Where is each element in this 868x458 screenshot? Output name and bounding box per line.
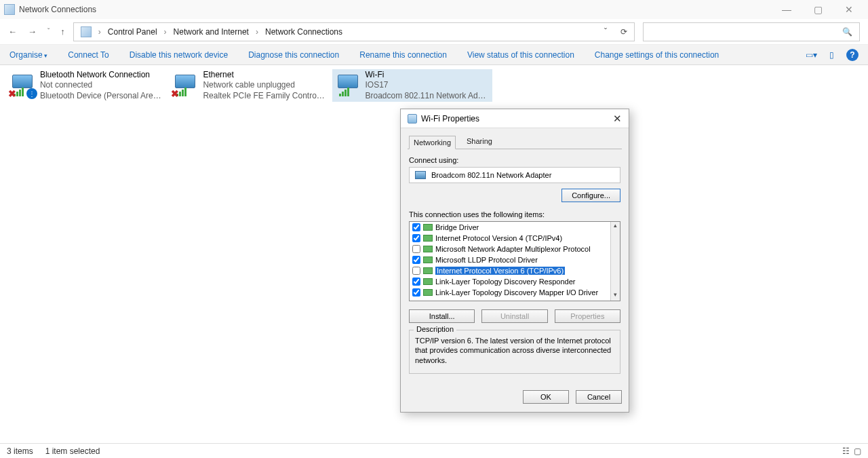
uninstall-button[interactable]: Uninstall	[481, 309, 547, 323]
window-title: Network Connections	[19, 5, 96, 14]
item-checkbox[interactable]	[412, 267, 420, 275]
dialog-icon	[408, 114, 417, 123]
breadcrumb-dropdown[interactable]: ˇ	[604, 27, 607, 37]
network-item-row[interactable]: Internet Protocol Version 6 (TCP/IPv6)	[410, 265, 610, 276]
toolbar: Organise Connect To Disable this network…	[0, 45, 868, 65]
connection-name: Bluetooth Network Connection	[40, 70, 163, 81]
scroll-up-button[interactable]: ▴	[611, 222, 620, 231]
disable-device-button[interactable]: Disable this network device	[130, 50, 228, 60]
connect-using-label: Connect using:	[409, 156, 620, 164]
connection-item[interactable]: ✖⋮Bluetooth Network ConnectionNot connec…	[7, 69, 167, 102]
view-large-icon[interactable]: ▢	[854, 446, 861, 456]
protocol-icon	[423, 256, 433, 263]
connection-name: Ethernet	[203, 70, 326, 81]
breadcrumb-sep: ›	[256, 27, 258, 37]
network-items-list: Bridge DriverInternet Protocol Version 4…	[409, 221, 620, 301]
close-button[interactable]: ✕	[842, 4, 856, 15]
connection-text: Bluetooth Network ConnectionNot connecte…	[40, 70, 163, 102]
breadcrumb-network-connections[interactable]: Network Connections	[265, 27, 342, 37]
connection-item[interactable]: Wi-FiIOS17Broadcom 802.11n Network Adap.…	[332, 69, 492, 102]
tab-networking[interactable]: Networking	[409, 136, 456, 149]
item-label: Bridge Driver	[435, 223, 479, 231]
adapter-box: Broadcom 802.11n Network Adapter	[409, 167, 620, 183]
connection-device: Broadcom 802.11n Network Adap...	[365, 91, 488, 102]
view-details-icon[interactable]: ☷	[842, 446, 850, 456]
wifi-properties-dialog: Wi-Fi Properties ✕ Networking Sharing Co…	[400, 109, 629, 413]
help-button[interactable]: ?	[846, 49, 859, 61]
tab-sharing[interactable]: Sharing	[462, 135, 496, 149]
search-icon: 🔍	[842, 27, 852, 37]
maximize-button[interactable]: ▢	[811, 4, 825, 15]
protocol-icon	[423, 224, 433, 231]
properties-button[interactable]: Properties	[555, 309, 620, 323]
scroll-down-button[interactable]: ▾	[611, 291, 620, 301]
change-settings-button[interactable]: Change settings of this connection	[595, 50, 719, 60]
forward-button[interactable]: →	[28, 26, 37, 37]
preview-pane-icon[interactable]: ▯	[829, 50, 834, 60]
item-checkbox[interactable]	[412, 288, 420, 297]
network-item-row[interactable]: Link-Layer Topology Discovery Responder	[410, 276, 610, 287]
adapter-icon	[415, 171, 426, 179]
back-button[interactable]: ←	[8, 26, 17, 37]
description-group: Description TCP/IP version 6. The latest…	[409, 330, 620, 374]
recent-locations-button[interactable]: ˇ	[47, 28, 50, 35]
breadcrumb-control-panel[interactable]: Control Panel	[108, 27, 157, 37]
cancel-button[interactable]: Cancel	[576, 390, 622, 404]
items-scrollbar[interactable]: ▴ ▾	[610, 222, 620, 301]
item-checkbox[interactable]	[412, 256, 420, 264]
connection-item[interactable]: ✖EthernetNetwork cable unpluggedRealtek …	[170, 69, 330, 102]
title-bar: Network Connections — ▢ ✕	[0, 0, 868, 19]
items-label: This connection uses the following items…	[409, 210, 620, 218]
search-input[interactable]: 🔍	[643, 22, 860, 41]
item-label: Link-Layer Topology Discovery Mapper I/O…	[435, 288, 598, 297]
scroll-thumb[interactable]	[611, 231, 620, 291]
up-button[interactable]: ↑	[60, 26, 65, 37]
protocol-icon	[423, 278, 433, 285]
dialog-tabs: Networking Sharing	[401, 128, 629, 149]
breadcrumb-network-internet[interactable]: Network and Internet	[174, 27, 249, 37]
location-icon	[81, 26, 92, 37]
connection-status: Network cable unplugged	[203, 80, 326, 91]
organise-menu[interactable]: Organise	[9, 50, 47, 60]
description-label: Description	[414, 325, 456, 333]
status-selected-count: 1 item selected	[45, 446, 100, 456]
protocol-icon	[423, 235, 433, 242]
item-checkbox[interactable]	[412, 223, 420, 231]
item-checkbox[interactable]	[412, 278, 420, 286]
protocol-icon	[423, 246, 433, 252]
bluetooth-icon: ⋮	[26, 88, 37, 99]
protocol-icon	[423, 267, 433, 274]
refresh-button[interactable]: ⟳	[620, 27, 627, 37]
view-status-button[interactable]: View status of this connection	[467, 50, 574, 60]
minimize-button[interactable]: —	[780, 4, 793, 15]
connection-icon: ✖⋮	[11, 73, 35, 98]
network-item-row[interactable]: Microsoft Network Adapter Multiplexor Pr…	[410, 244, 610, 254]
item-checkbox[interactable]	[412, 245, 420, 253]
status-item-count: 3 items	[7, 446, 33, 456]
network-item-row[interactable]: Internet Protocol Version 4 (TCP/IPv4)	[410, 233, 610, 244]
connection-device: Realtek PCIe FE Family Controller	[203, 91, 326, 102]
breadcrumb[interactable]: › Control Panel › Network and Internet ›…	[73, 22, 635, 41]
dialog-close-button[interactable]: ✕	[613, 113, 622, 125]
item-checkbox[interactable]	[412, 234, 420, 242]
network-item-row[interactable]: Microsoft LLDP Protocol Driver	[410, 254, 610, 265]
connect-to-button[interactable]: Connect To	[68, 50, 109, 60]
ok-button[interactable]: OK	[523, 390, 569, 404]
item-label: Internet Protocol Version 6 (TCP/IPv6)	[435, 267, 565, 275]
breadcrumb-sep: ›	[98, 27, 101, 37]
connection-status: Not connected	[40, 80, 163, 91]
configure-button[interactable]: Configure...	[561, 189, 620, 202]
diagnose-button[interactable]: Diagnose this connection	[248, 50, 339, 60]
connection-name: Wi-Fi	[365, 70, 488, 81]
view-options-icon[interactable]: ▭▾	[806, 50, 817, 60]
dialog-footer: OK Cancel	[401, 381, 629, 412]
window-controls: — ▢ ✕	[780, 4, 864, 15]
connection-icon: ✖	[174, 73, 197, 98]
item-label: Internet Protocol Version 4 (TCP/IPv4)	[435, 234, 562, 242]
rename-button[interactable]: Rename this connection	[359, 50, 447, 60]
network-item-row[interactable]: Link-Layer Topology Discovery Mapper I/O…	[410, 287, 610, 298]
dialog-title-bar[interactable]: Wi-Fi Properties ✕	[401, 109, 629, 128]
install-button[interactable]: Install...	[409, 309, 475, 323]
network-item-row[interactable]: Bridge Driver	[410, 222, 610, 233]
description-text: TCP/IP version 6. The latest version of …	[411, 332, 618, 372]
